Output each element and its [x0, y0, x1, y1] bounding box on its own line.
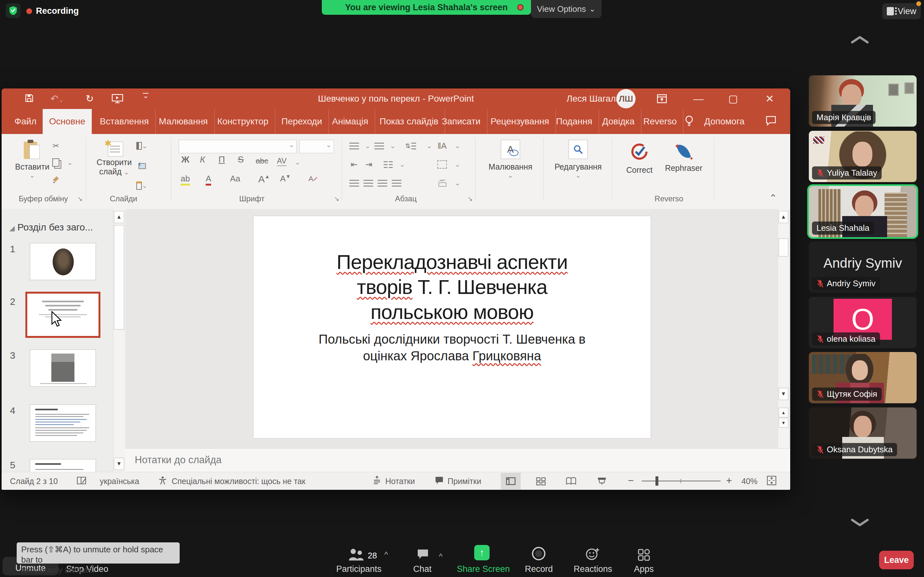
participant-tile-andriy-symiv[interactable]: Andriy Symiv Andriy Symiv	[809, 242, 917, 293]
drawing-button[interactable]: A Малювання ⌄	[485, 140, 536, 179]
reading-view-button[interactable]	[561, 473, 581, 490]
tab-review[interactable]: Рецензування	[484, 109, 556, 134]
italic-button[interactable]: К	[200, 155, 205, 165]
align-right-button[interactable]	[377, 178, 388, 188]
reverso-rephraser-button[interactable]: ✦ ✦ Rephraser	[661, 142, 706, 173]
scroll-down-button[interactable]: ▼	[114, 458, 124, 470]
gallery-scroll-down-icon[interactable]	[850, 518, 869, 528]
maximize-button[interactable]: ▢	[725, 92, 741, 105]
align-text-dropdown[interactable]: ⌄	[452, 160, 463, 169]
justify-button[interactable]	[391, 178, 402, 188]
notes-pane[interactable]: Нотатки до слайда	[125, 448, 790, 472]
grow-font-button[interactable]: A▲	[258, 174, 270, 185]
lightbulb-icon[interactable]	[684, 115, 694, 129]
zoom-level[interactable]: 40%	[741, 477, 758, 486]
tab-home[interactable]: Основне	[43, 109, 92, 134]
editor-scroll-down[interactable]: ▼	[779, 388, 788, 400]
align-center-button[interactable]	[363, 178, 374, 188]
increase-indent-button[interactable]: ⇥	[363, 160, 375, 169]
spellcheck-icon[interactable]	[76, 475, 87, 488]
copy-button[interactable]	[50, 158, 61, 167]
share-screen-button[interactable]: ↑	[474, 545, 489, 560]
thumbnail-scrollbar[interactable]: ▲ ▼	[113, 209, 125, 472]
copy-dropdown[interactable]: ⌄	[65, 158, 75, 167]
zoom-slider-thumb[interactable]	[656, 476, 658, 486]
line-spacing-button[interactable]: ⇅	[405, 141, 416, 151]
zoom-in-button[interactable]: +	[726, 475, 732, 487]
columns-button[interactable]	[383, 160, 394, 169]
accessibility-status[interactable]: Спеціальні можливості: щось не так	[172, 477, 305, 486]
participants-caret[interactable]: ^	[384, 550, 388, 559]
text-direction-dropdown[interactable]: ⌄	[452, 141, 463, 151]
tab-slideshow[interactable]: Показ слайдів	[373, 109, 445, 134]
participant-tile-yuliya-talalay[interactable]: Yuliya Talalay	[809, 131, 917, 182]
participant-tile-olena-koliasa[interactable]: O olena koliasa	[809, 297, 917, 348]
change-case-button[interactable]: Aa	[230, 174, 240, 184]
apps-button[interactable]	[637, 548, 651, 563]
record-button[interactable]	[532, 547, 545, 560]
slide-sorter-view-button[interactable]	[531, 473, 551, 490]
minimize-button[interactable]: —	[691, 92, 706, 105]
slide-title[interactable]: Перекладознавчі аспекти творів Т. Г. Шев…	[260, 250, 644, 324]
highlight-button[interactable]: ab	[181, 174, 190, 185]
zoom-out-button[interactable]: −	[628, 475, 634, 487]
tab-animations[interactable]: Анімація	[326, 109, 375, 134]
customize-qat-button[interactable]: ⌄	[143, 93, 149, 100]
section-button[interactable]: ⌄	[136, 181, 147, 190]
language-indicator[interactable]: українська	[100, 477, 139, 486]
editor-scrollbar-thumb[interactable]	[779, 239, 788, 256]
editor-scrollbar[interactable]: ▲ ▼ ▲ ▼	[778, 209, 789, 448]
char-spacing-dropdown[interactable]: ⌄	[295, 156, 300, 167]
fit-to-window-button[interactable]	[766, 475, 777, 488]
undo-button[interactable]: ↶⌄	[50, 93, 64, 104]
paste-button[interactable]: Вставити ⌄	[15, 140, 49, 179]
clear-formatting-button[interactable]: A	[307, 174, 318, 183]
current-slide-canvas[interactable]: Перекладознавчі аспекти творів Т. Г. Шев…	[254, 216, 651, 438]
align-text-button[interactable]	[437, 160, 447, 169]
account-name[interactable]: Леся Шагала	[567, 93, 621, 104]
tab-record[interactable]: Записати	[435, 109, 487, 134]
tab-reverso[interactable]: Reverso	[637, 109, 683, 134]
text-direction-button[interactable]: ‖A	[437, 141, 447, 151]
next-slide-button[interactable]: ▼	[779, 418, 788, 428]
font-dialog-launcher[interactable]: ↘	[334, 195, 339, 203]
slide-subtitle[interactable]: Польські дослідники творчості Т. Шевченк…	[273, 331, 632, 364]
section-header[interactable]: ◢ Розділ без заго...	[9, 222, 93, 233]
participants-button[interactable]	[347, 548, 365, 564]
tab-file[interactable]: Файл	[8, 109, 43, 134]
tab-view[interactable]: Подання	[549, 109, 599, 134]
strikethrough-button[interactable]: S	[238, 155, 244, 165]
slide-1-thumbnail[interactable]	[30, 243, 96, 280]
font-name-combo[interactable]	[179, 140, 297, 153]
reactions-button[interactable]	[585, 547, 600, 563]
tab-design[interactable]: Конструктор	[211, 109, 275, 134]
char-spacing-button[interactable]: AV	[277, 156, 286, 166]
participant-tile-lesia-shahala[interactable]: Lesia Shahala	[809, 186, 917, 237]
comments-icon[interactable]	[765, 115, 777, 127]
font-size-combo[interactable]	[299, 140, 334, 153]
accessibility-icon[interactable]	[158, 475, 168, 488]
smartart-dropdown[interactable]: ⌄	[452, 178, 463, 188]
columns-dropdown[interactable]: ⌄	[397, 160, 408, 169]
tab-draw[interactable]: Малювання	[152, 109, 215, 134]
chat-button[interactable]	[417, 548, 429, 562]
close-button[interactable]: ✕	[762, 92, 777, 105]
participant-tile-maria-kravtsiv[interactable]: Марія Кравців	[809, 75, 917, 127]
tab-help-docs[interactable]: Довідка	[596, 109, 641, 134]
chat-caret[interactable]: ^	[439, 552, 443, 561]
collapse-ribbon-button[interactable]: ⌃	[769, 192, 777, 203]
smartart-convert-button[interactable]	[437, 178, 447, 188]
slide-3-thumbnail[interactable]	[30, 350, 96, 387]
reverso-correct-button[interactable]: Correct	[620, 142, 659, 175]
slide-4-thumbnail[interactable]	[30, 405, 96, 442]
view-options-dropdown[interactable]: View Options ⌄	[531, 0, 602, 18]
clipboard-dialog-launcher[interactable]: ↘	[78, 195, 83, 203]
font-color-button[interactable]: A	[206, 174, 211, 185]
cut-button[interactable]: ✂	[50, 141, 61, 151]
view-button[interactable]: View	[882, 3, 921, 19]
line-spacing-dropdown[interactable]: ⌄	[424, 141, 435, 151]
participant-tile-shchutiak-sofiia[interactable]: Щутяк Софія	[809, 352, 917, 403]
zoom-slider-track[interactable]	[642, 480, 720, 482]
notes-toggle[interactable]: Нотатки	[385, 477, 415, 486]
tab-transitions[interactable]: Переходи	[275, 109, 329, 134]
